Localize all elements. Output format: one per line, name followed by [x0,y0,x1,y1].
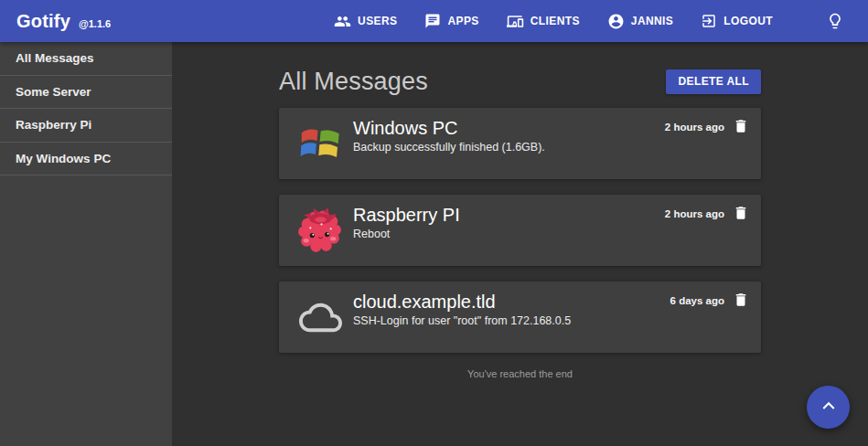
main-content: All Messages DELETE ALL Windows PC Backu… [172,42,868,446]
nav-users[interactable]: USERS [334,13,397,30]
nav-logout-label: LOGOUT [723,15,773,27]
app-bar: Gotify @1.1.6 USERS APPS CLIENTS JANNIS [0,0,868,42]
message-body: Reboot [353,227,665,242]
nav-user-account[interactable]: JANNIS [607,13,673,30]
message-timestamp: 2 hours ago [665,120,724,134]
nav-user-label: JANNIS [631,15,673,27]
sidebar-item-some-server[interactable]: Some Server [0,76,172,110]
raspberry-logo [294,204,347,257]
delete-message-button[interactable] [733,292,749,308]
message-timestamp: 2 hours ago [665,207,724,221]
trash-icon [733,210,749,224]
nav-apps[interactable]: APPS [424,13,478,29]
clients-icon [507,13,524,30]
message-body: Backup successfully finished (1.6GB). [353,140,665,155]
message-title: Windows PC [353,116,665,140]
lightbulb-icon [826,12,844,30]
chevron-up-icon [817,394,841,420]
nav-logout[interactable]: LOGOUT [701,13,773,29]
sidebar-item-label: Raspberry Pi [16,118,91,132]
sidebar-item-label: All Messages [16,51,94,65]
sidebar-item-label: My Windows PC [16,152,111,165]
trash-icon [733,123,749,137]
message-title: Raspberry PI [353,203,665,227]
scroll-to-top-button[interactable] [807,386,850,429]
users-icon [334,13,351,30]
app-version: @1.1.6 [79,18,111,29]
delete-message-button[interactable] [733,205,749,221]
sidebar-item-label: Some Server [16,85,91,99]
message-timestamp: 6 days ago [670,293,724,308]
account-icon [607,13,625,30]
delete-all-button[interactable]: DELETE ALL [666,69,761,94]
cloud-logo [294,291,347,344]
theme-toggle-button[interactable] [826,12,844,30]
brand[interactable]: Gotify @1.1.6 [16,11,111,32]
message-title: cloud.example.tld [353,290,670,313]
sidebar: All Messages Some Server Raspberry Pi My… [0,42,172,446]
sidebar-item-all-messages[interactable]: All Messages [0,42,172,76]
message-card: Raspberry PI Reboot 2 hours ago [279,195,761,266]
sidebar-item-my-windows-pc[interactable]: My Windows PC [0,143,172,176]
page-title: All Messages [279,68,428,96]
delete-message-button[interactable] [733,118,749,134]
message-content: Windows PC Backup successfully finished … [353,108,665,179]
trash-icon [733,297,749,311]
logout-icon [701,13,717,29]
app-title: Gotify [16,11,70,32]
message-content: cloud.example.tld SSH-Login for user "ro… [353,281,670,353]
windows-logo [294,117,347,170]
sidebar-item-raspberry-pi[interactable]: Raspberry Pi [0,109,172,143]
message-card: cloud.example.tld SSH-Login for user "ro… [279,281,761,353]
nav-clients-label: CLIENTS [530,15,580,27]
nav-users-label: USERS [358,15,397,27]
end-of-list-text: You've reached the end [279,368,761,379]
nav-apps-label: APPS [447,15,478,27]
message-card: Windows PC Backup successfully finished … [279,108,761,179]
message-body: SSH-Login for user "root" from 172.168.0… [353,313,670,329]
appbar-nav: USERS APPS CLIENTS JANNIS LOGOUT [334,12,844,30]
apps-icon [424,13,441,29]
message-content: Raspberry PI Reboot [353,195,665,266]
nav-clients[interactable]: CLIENTS [507,13,580,30]
